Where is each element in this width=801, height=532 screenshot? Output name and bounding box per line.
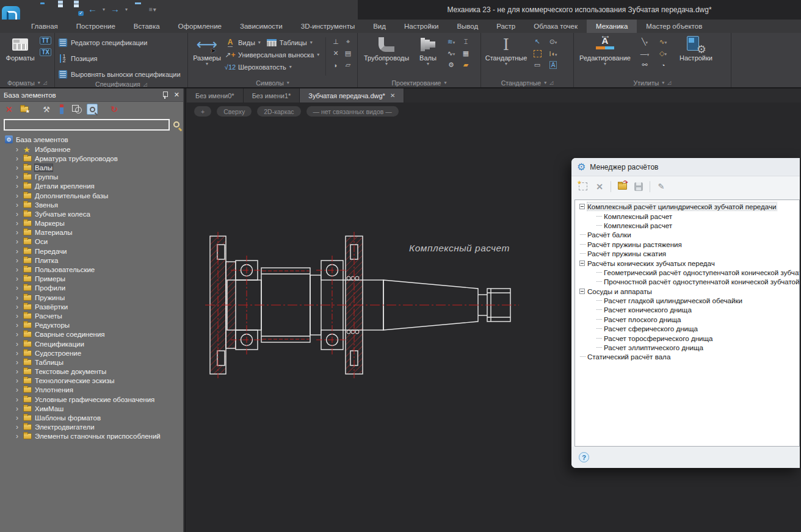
expand-chevron-icon[interactable]: › <box>16 155 20 162</box>
expand-chevron-icon[interactable]: › <box>16 414 20 422</box>
calc-tree-item[interactable]: Сосуды и аппараты <box>575 287 799 296</box>
expand-chevron-icon[interactable]: › <box>16 229 20 236</box>
open-file-icon[interactable] <box>40 4 51 14</box>
panel-close-icon[interactable]: ✕ <box>174 91 179 99</box>
panel-launcher-icon[interactable]: ◿ <box>43 80 47 85</box>
dimensions-button[interactable]: ⟷➤ Размеры ▾ <box>191 35 223 78</box>
expand-chevron-icon[interactable]: › <box>16 350 20 357</box>
panel-launcher-icon[interactable]: ◿ <box>549 80 553 85</box>
bolt-filter-icon[interactable] <box>56 104 67 115</box>
view-scale-icon[interactable]: ◔ <box>661 62 665 69</box>
panel-launcher-icon[interactable]: ◿ <box>143 82 147 87</box>
open-calculation-icon[interactable] <box>617 181 628 192</box>
expand-chevron-icon[interactable]: › <box>16 359 20 366</box>
viewport-control[interactable]: + <box>194 106 211 117</box>
expand-chevron-icon[interactable]: › <box>16 331 20 338</box>
expand-chevron-icon[interactable]: › <box>16 368 20 375</box>
ribbon-tab[interactable]: Вывод <box>448 20 487 33</box>
ribbon-tab[interactable]: Настройки <box>395 20 448 33</box>
help-icon[interactable]: ? <box>579 452 589 462</box>
save-as-icon[interactable] <box>72 4 82 14</box>
tree-item[interactable]: › Технологические эскизы <box>0 376 183 386</box>
expand-chevron-icon[interactable]: › <box>16 294 20 301</box>
tree-item[interactable]: › Развёртки <box>0 302 183 311</box>
tree-item[interactable]: › Детали крепления <box>0 182 183 191</box>
panel-dropdown-icon[interactable]: ▾ <box>38 80 40 85</box>
doc-tab[interactable]: Без имени1* <box>244 88 300 102</box>
tree-item[interactable]: › Звенья <box>0 200 183 209</box>
pin-icon[interactable] <box>162 91 168 99</box>
expand-chevron-icon[interactable]: › <box>16 238 20 245</box>
expand-chevron-icon[interactable]: › <box>16 146 20 153</box>
format-tt-button[interactable]: TT <box>40 37 51 45</box>
calc-tree-item[interactable]: Расчет торосферического днища <box>575 333 799 342</box>
panel-dropdown-icon[interactable]: ▾ <box>287 80 289 85</box>
ribbon-tab[interactable]: Растр <box>487 20 524 33</box>
expand-chevron-icon[interactable]: › <box>16 423 20 431</box>
doc-tab-active[interactable]: Зубчатая передача.dwg*✕ <box>300 88 404 102</box>
calc-tree-item[interactable]: Расчёт пружины сжатия <box>575 249 799 258</box>
chip-icon[interactable]: ▦ <box>463 49 469 57</box>
spring-icon[interactable]: ∿▾ <box>448 49 455 57</box>
roughness-button[interactable]: √12 Шероховатость▾ <box>225 62 322 72</box>
axis-circle-icon[interactable]: ◇▾ <box>659 49 667 57</box>
panel-launcher-icon[interactable]: ◿ <box>667 80 671 85</box>
tree-item[interactable]: › Материалы <box>0 228 183 237</box>
pipelines-button[interactable]: Трубопроводы ▾ <box>361 35 412 78</box>
tree-item[interactable]: › Плитка <box>0 256 183 265</box>
redo-dropdown-icon[interactable]: ▾ <box>125 7 128 12</box>
copy-style-icon[interactable]: ⊙▾ <box>549 38 557 46</box>
calc-tree-item[interactable]: Расчет плоского днища <box>575 315 799 324</box>
expand-chevron-icon[interactable]: › <box>16 257 20 264</box>
expand-chevron-icon[interactable]: › <box>16 173 20 181</box>
drawing-canvas[interactable]: Без имени0* Без имени1* Зубчатая передач… <box>186 88 801 532</box>
tree-item[interactable]: › Профили <box>0 284 183 293</box>
collapse-box-icon[interactable] <box>579 289 585 294</box>
ribbon-tab[interactable]: Оформление <box>169 20 231 33</box>
undo-dropdown-icon[interactable]: ▾ <box>103 7 105 12</box>
datum-icon[interactable]: ⊥ <box>333 38 339 46</box>
profile-icon[interactable]: I◖▾ <box>549 50 557 57</box>
calc-tree-item[interactable]: Расчет конического днища <box>575 305 799 314</box>
text-style-icon[interactable]: A <box>549 61 557 69</box>
edit-calculation-icon[interactable]: ✎ <box>656 181 667 192</box>
ribbon-tab[interactable]: 3D-инструменты <box>292 20 364 33</box>
marking-icon[interactable]: ⌖ <box>346 38 350 46</box>
stamp-icon[interactable]: ▱ <box>346 61 350 69</box>
expand-chevron-icon[interactable]: › <box>16 284 20 292</box>
calc-tree-item[interactable]: Комплексный расчет <box>575 221 799 230</box>
expand-chevron-icon[interactable]: › <box>16 201 20 209</box>
delete-element-icon[interactable]: ✕ <box>4 104 15 115</box>
gear-pair-icon[interactable]: ⚙ <box>448 61 454 69</box>
formats-button[interactable]: Форматы <box>3 35 37 78</box>
redo-icon[interactable]: → <box>111 4 120 14</box>
refresh-icon[interactable]: ↻ <box>109 104 120 115</box>
tree-item[interactable]: › Передачи <box>0 246 183 256</box>
shafts-button[interactable]: Валы ▾ <box>415 35 441 78</box>
doc-tab[interactable]: Без имени0* <box>187 88 244 102</box>
elements-search-input[interactable] <box>4 119 170 131</box>
calc-tree-item[interactable]: Комплексный расчет <box>575 211 799 220</box>
ribbon-tab[interactable]: Построение <box>67 20 125 33</box>
segment-icon[interactable]: —▾ <box>640 50 650 57</box>
tree-item[interactable]: › Элементы станочных приспособлений <box>0 432 183 441</box>
tree-item[interactable]: › Зубчатые колеса <box>0 209 183 218</box>
tree-root-item[interactable]: ⚙ База элементов <box>0 134 183 145</box>
break-line-icon[interactable]: ╲▾ <box>642 38 648 46</box>
panel-dropdown-icon[interactable]: ▾ <box>544 80 546 85</box>
ribbon-tab[interactable]: Вид <box>364 20 395 33</box>
collapse-box-icon[interactable] <box>579 204 585 209</box>
tables-button[interactable]: Таблицы▾ <box>267 37 313 48</box>
tree-item[interactable]: › ХимМаш <box>0 404 183 413</box>
align-leaders-button[interactable]: Выровнять выноски спецификации <box>58 68 184 81</box>
ruler-icon[interactable]: ▰ <box>463 61 468 69</box>
print-icon[interactable] <box>133 4 143 14</box>
tree-item[interactable]: › Примеры <box>0 275 183 284</box>
expand-chevron-icon[interactable]: › <box>16 340 20 348</box>
preview-mode-icon[interactable] <box>87 104 98 115</box>
folder-star-icon[interactable] <box>19 104 30 115</box>
panel-dropdown-icon[interactable]: ▾ <box>662 80 664 85</box>
viewport-control[interactable]: 2D-каркас <box>257 106 300 117</box>
tree-item[interactable]: › Спецификации <box>0 339 183 348</box>
expand-chevron-icon[interactable]: › <box>16 433 20 440</box>
